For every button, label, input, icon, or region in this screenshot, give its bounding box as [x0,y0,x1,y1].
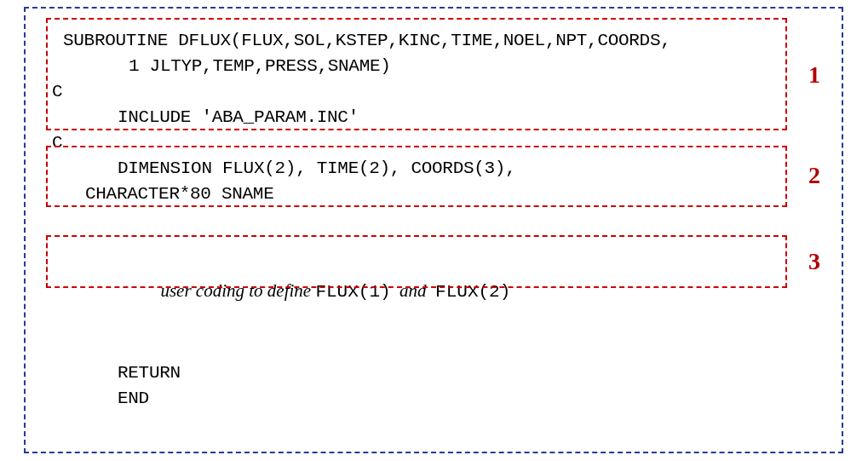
annotation-box-3 [46,235,787,288]
annotation-number-2: 2 [808,162,820,189]
annotation-box-2 [46,146,787,207]
code-line-end: END [118,389,149,408]
annotation-number-3: 3 [808,248,820,275]
annotation-box-1 [46,18,787,130]
code-line-return: RETURN [118,363,181,383]
annotation-number-1: 1 [808,61,820,89]
